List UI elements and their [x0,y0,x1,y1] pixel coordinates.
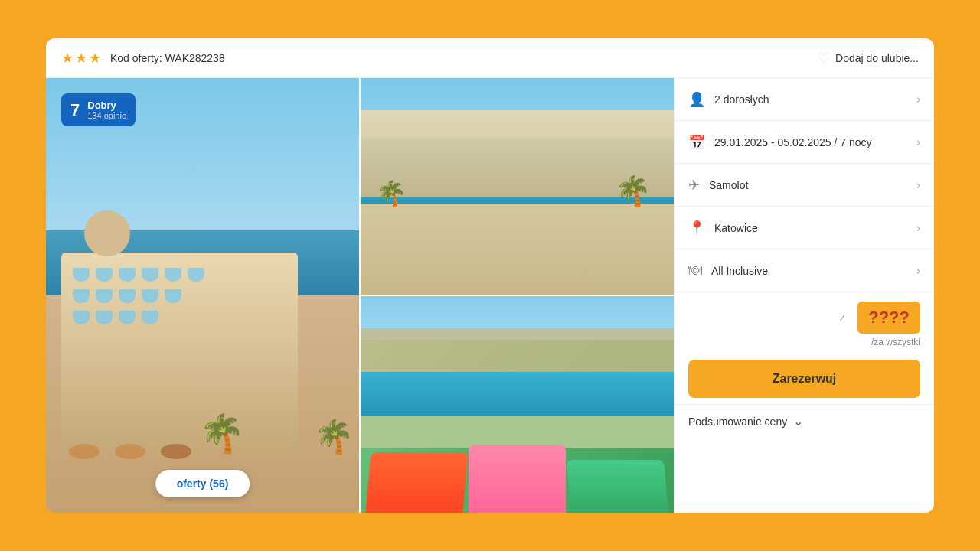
offers-button[interactable]: oferty (56) [155,470,250,497]
window [142,268,158,282]
departure-chevron-icon: › [916,221,920,235]
dates-value: 29.01.2025 - 05.02.2025 / 7 nocy [714,136,907,148]
window [188,268,204,282]
transport-selector[interactable]: ✈ Samolot › [675,164,934,207]
windows-row-3 [61,303,298,324]
palm-tr: 🌴 [615,174,651,208]
slide-red [366,452,469,513]
header-bar: ★ ★ ★ Kod oferty: WAK282238 ♡ Dodaj do u… [46,38,934,78]
rating-number: 7 [70,100,80,120]
offers-button-label: oferty (56) [177,478,229,490]
price-suffix: /za wszystki [675,337,934,354]
pool-surround [361,204,674,295]
original-price: Z [839,312,845,324]
summary-chevron-icon: ⌄ [793,414,803,429]
transport-value: Samolot [709,179,907,191]
location-icon: 📍 [688,220,705,236]
book-button-label: Zarezerwuj [773,372,837,385]
window [119,268,136,282]
window [73,268,90,282]
dates-selector[interactable]: 📅 29.01.2025 - 05.02.2025 / 7 nocy › [675,121,934,164]
main-photo: 🌴 🌴 7 Dobry 134 opini [46,78,359,513]
heart-icon: ♡ [817,49,831,67]
slide-pink [469,445,566,513]
food-icon: 🍽 [688,262,702,279]
window [119,311,136,324]
add-to-favorites-button[interactable]: ♡ Dodaj do ulubie... [817,49,919,67]
price-area: Z ???? [675,292,934,337]
top-right-photo-inner: 🌴 🌴 [361,78,674,295]
rating-count: 134 opinie [87,111,126,120]
book-button[interactable]: Zarezerwuj [688,360,920,398]
star-1: ★ [61,50,74,67]
guests-value: 2 dorosłych [714,93,907,106]
umbrella-2 [115,444,145,459]
palm-tr2: 🌴 [376,179,407,208]
window [142,311,158,324]
departure-selector[interactable]: 📍 Katowice › [675,207,934,249]
windows-row-1 [61,253,298,282]
star-2: ★ [75,50,87,67]
photo-grid: 🌴 🌴 7 Dobry 134 opini [46,78,674,513]
price-discount-area: Z [839,311,845,324]
board-chevron-icon: › [916,264,920,278]
window [165,268,181,282]
price-summary-toggle[interactable]: Podsumowanie ceny ⌄ [675,404,934,438]
window [119,289,136,303]
main-photo-inner: 🌴 🌴 [46,78,359,513]
slide-green [567,460,668,513]
content-area: 🌴 🌴 7 Dobry 134 opini [46,78,934,513]
rating-badge: 7 Dobry 134 opinie [61,93,136,126]
departure-value: Katowice [714,222,907,234]
calendar-icon: 📅 [688,134,705,151]
bottom-right-photo [361,296,674,513]
header-left: ★ ★ ★ Kod oferty: WAK282238 [61,50,225,67]
hotel-stars: ★ ★ ★ [61,50,101,67]
outdoor-area [69,444,336,467]
umbrella-3 [161,444,191,459]
board-value: All Inclusive [711,265,907,277]
offer-code: Kod oferty: WAK282238 [110,52,225,64]
window [96,268,113,282]
water-slides [361,437,674,513]
rating-label: Dobry [87,99,126,111]
price-badge: ???? [858,302,920,334]
guests-chevron-icon: › [916,93,920,106]
window [96,311,113,324]
transport-chevron-icon: › [916,178,920,192]
windows-row-2 [61,282,298,303]
hotel-main-building [61,253,298,452]
star-3: ★ [89,50,101,67]
bottom-right-photo-inner [361,296,674,513]
window [165,289,181,303]
board-selector[interactable]: 🍽 All Inclusive › [675,249,934,292]
umbrella-1 [69,444,100,459]
guests-selector[interactable]: 👤 2 dorosłych › [675,78,934,121]
window [73,311,90,324]
price-summary-label: Podsumowanie ceny [688,416,787,428]
booking-panel: 👤 2 dorosłych › 📅 29.01.2025 - 05.02.202… [674,78,934,513]
window [96,289,113,303]
favorite-label: Dodaj do ulubie... [835,52,919,64]
main-container: ★ ★ ★ Kod oferty: WAK282238 ♡ Dodaj do u… [46,38,934,513]
dates-chevron-icon: › [916,135,920,149]
top-right-photo: 🌴 🌴 [361,78,674,295]
window [142,289,158,303]
dome [84,210,130,256]
plane-icon: ✈ [688,177,700,194]
rating-text: Dobry 134 opinie [87,99,126,120]
person-icon: 👤 [688,91,705,108]
window [73,289,90,303]
